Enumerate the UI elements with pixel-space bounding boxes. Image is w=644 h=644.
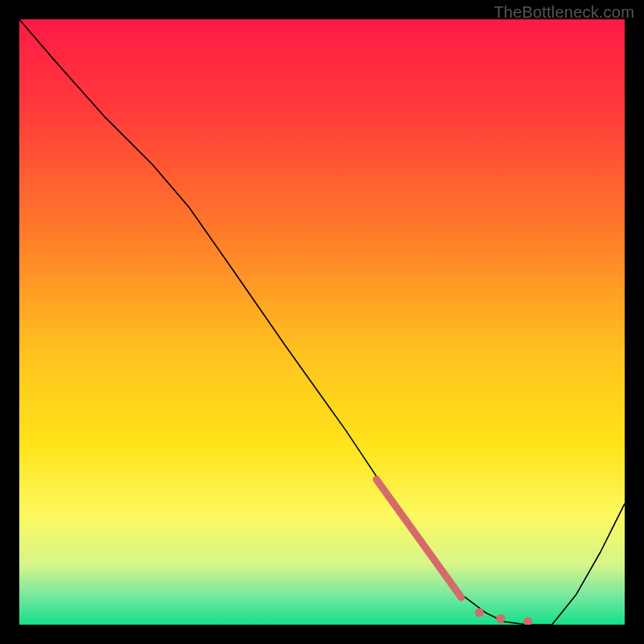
- gradient-background: [19, 19, 625, 625]
- highlight-dots-1: [496, 614, 505, 623]
- chart-container: [19, 19, 625, 625]
- highlight-dots-0: [475, 608, 484, 617]
- bottleneck-chart: [19, 19, 625, 625]
- watermark-text: TheBottleneck.com: [493, 3, 634, 22]
